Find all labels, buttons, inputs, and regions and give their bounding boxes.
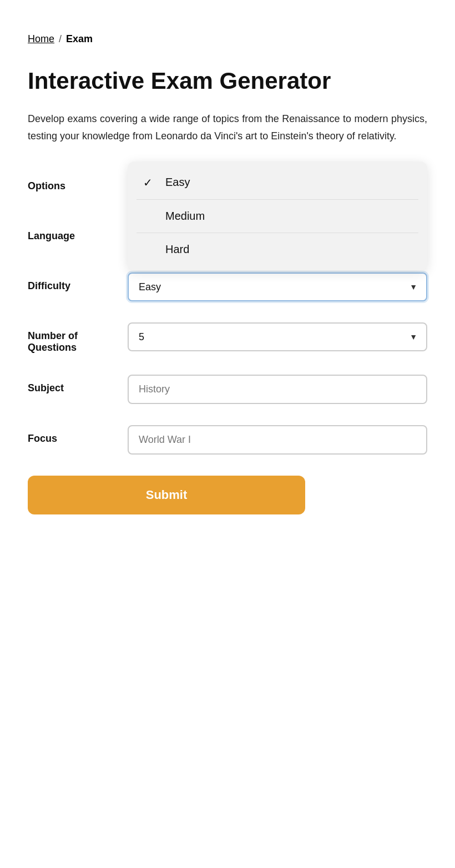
subject-input[interactable] (128, 375, 427, 404)
num-questions-row: Number ofQuestions 5 10 15 20 ▼ (28, 322, 427, 354)
exam-form: Options C ▼ ✓ Easy Medium Hard (28, 173, 427, 514)
breadcrumb-current: Exam (66, 33, 93, 45)
dropdown-hard-label: Hard (165, 243, 412, 256)
num-questions-select[interactable]: 5 10 15 20 (128, 322, 427, 351)
page-description: Develop exams covering a wide range of t… (28, 110, 427, 144)
breadcrumb-home-link[interactable]: Home (28, 33, 54, 45)
check-icon: ✓ (143, 176, 156, 189)
dropdown-medium-label: Medium (165, 210, 412, 223)
submit-button[interactable]: Submit (28, 476, 305, 514)
subject-label: Subject (28, 375, 128, 394)
options-label: Options (28, 173, 128, 192)
page-title: Interactive Exam Generator (28, 67, 427, 95)
difficulty-dropdown: ✓ Easy Medium Hard (128, 162, 427, 270)
breadcrumb: Home / Exam (28, 33, 427, 45)
num-questions-wrapper: 5 10 15 20 ▼ (128, 322, 427, 351)
num-questions-label: Number ofQuestions (28, 322, 128, 354)
focus-label: Focus (28, 425, 128, 445)
difficulty-label: Difficulty (28, 272, 128, 292)
breadcrumb-separator: / (59, 33, 62, 45)
dropdown-item-hard[interactable]: Hard (128, 233, 427, 266)
dropdown-item-medium[interactable]: Medium (128, 200, 427, 233)
difficulty-wrapper: Easy Medium Hard ▼ (128, 272, 427, 301)
dropdown-item-easy[interactable]: ✓ Easy (128, 166, 427, 199)
focus-row: Focus (28, 425, 427, 455)
options-row: Options C ▼ ✓ Easy Medium Hard (28, 173, 427, 201)
focus-wrapper (128, 425, 427, 455)
dropdown-easy-label: Easy (165, 176, 412, 189)
subject-wrapper (128, 375, 427, 404)
focus-input[interactable] (128, 425, 427, 455)
difficulty-row: Difficulty Easy Medium Hard ▼ (28, 272, 427, 301)
difficulty-select[interactable]: Easy Medium Hard (128, 272, 427, 301)
subject-row: Subject (28, 375, 427, 404)
language-label: Language (28, 223, 128, 242)
